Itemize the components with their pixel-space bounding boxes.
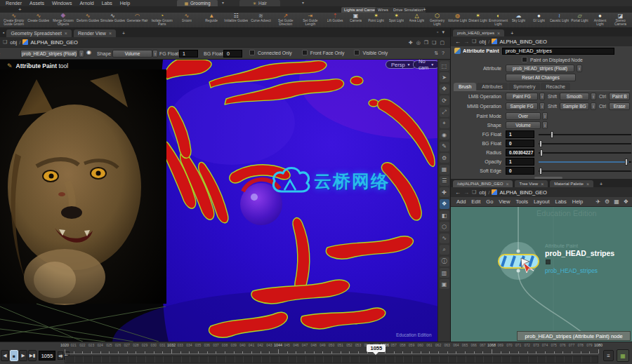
slider-handle[interactable] — [551, 131, 553, 138]
edit-icon[interactable]: ✎ — [440, 142, 449, 151]
paint-mode-select[interactable]: Over — [506, 112, 541, 120]
shelf-tool-area-light[interactable]: △Area Light — [407, 13, 427, 26]
net-menu-tools[interactable]: Tools — [515, 198, 528, 205]
network-editor[interactable]: Education Edition Attribute Paint prob_H… — [451, 207, 632, 342]
radius-field[interactable]: 0.00304227 — [506, 149, 534, 156]
shelf-tool-distant-light[interactable]: ✶Distant Light — [468, 13, 488, 26]
network-toolbar-icon[interactable]: ⚙ — [605, 198, 610, 205]
pane-tab-tree-view[interactable]: Tree View× — [515, 180, 548, 188]
shelf-tool-curve-advect[interactable]: ≋Curve Advect — [249, 13, 273, 26]
close-icon[interactable]: × — [586, 182, 589, 187]
stepper-icon[interactable]: ↕ — [79, 50, 84, 58]
toolbar-icon[interactable]: ❏ — [432, 40, 436, 46]
forward-icon[interactable]: → — [463, 39, 469, 45]
shelf-tool-generate-hair[interactable]: ◠Generate Hair — [125, 13, 150, 26]
net-menu-help[interactable]: Help — [572, 198, 583, 205]
toolbar-icon[interactable]: ◎ — [416, 40, 421, 46]
pane-tab-render-view[interactable]: Render View× — [74, 29, 116, 37]
slider-handle[interactable] — [539, 140, 542, 147]
close-icon[interactable]: × — [506, 182, 508, 187]
close-icon[interactable]: × — [541, 182, 544, 187]
shelf-tool-create-guides[interactable]: ∿Create Guides — [26, 13, 51, 26]
shelf-tool-initialize-guides[interactable]: ☷Initialize Guides — [224, 13, 249, 26]
current-frame-marker[interactable]: 1055 — [367, 344, 386, 352]
viewport[interactable]: ✎ Attribute Paint tool Persp ▼ No cam ▼ … — [0, 60, 437, 342]
rotate-icon[interactable]: ⟳ — [440, 95, 449, 105]
shelf-tool-lift-guides[interactable]: ⇡Lift Guides — [322, 13, 347, 26]
add-pane-tab-button[interactable]: + — [595, 180, 607, 188]
mmb-operation-select[interactable]: Sample FG — [506, 102, 538, 110]
paint-on-displayed-checkbox[interactable] — [522, 57, 527, 62]
attribute-select[interactable]: prob_HEAD_stripes (Float) — [506, 65, 574, 72]
shelf-tab-wires[interactable]: Wires — [375, 7, 391, 13]
move-icon[interactable]: ✥ — [440, 84, 449, 94]
slider-handle[interactable] — [625, 159, 628, 166]
pin-icon[interactable]: ◉ — [86, 49, 91, 55]
fg-float-field[interactable]: 1 — [179, 50, 198, 58]
fg-float-slider[interactable] — [539, 130, 631, 138]
snap-icon[interactable]: ◉ — [440, 130, 449, 140]
add-shelf-tab-button[interactable]: + — [423, 6, 426, 13]
path-root[interactable]: obj — [10, 39, 17, 46]
shelf-tool-set-guide-direction[interactable]: ↗Set Guide Direction — [273, 13, 298, 26]
stepper-icon[interactable]: ↕ — [539, 102, 545, 110]
fg-float-field[interactable]: 1 — [506, 130, 534, 138]
shelf-tab-hair[interactable]: ✳ Hair — [239, 0, 280, 6]
stepper-icon[interactable]: ↕ — [542, 121, 548, 129]
tab-recache[interactable]: Recache — [541, 83, 570, 90]
jump-end-button[interactable]: ▶▮ — [28, 350, 37, 361]
paint-b-button[interactable]: Paint B — [609, 93, 630, 100]
back-icon[interactable]: ← — [455, 39, 461, 45]
shelf-tool-spot-light[interactable]: ✶Spot Light — [386, 13, 407, 26]
erase-button[interactable]: Erase — [609, 102, 630, 110]
net-menu-view[interactable]: View — [499, 198, 510, 205]
shelf-tool-create-empty-guide-groom[interactable]: ∿Create Empty Guide Groom — [1, 13, 26, 26]
stepper-icon[interactable]: ↕ — [542, 112, 548, 120]
grid-icon[interactable]: ▦ — [440, 165, 449, 175]
toolbar-icon[interactable]: ⇅ — [434, 50, 438, 56]
tab-symmetry[interactable]: Symmetry — [508, 83, 541, 90]
add-pane-tab-button[interactable]: + — [118, 29, 129, 37]
pane-tab-prob-head-stripes[interactable]: prob_HEAD_stripes× — [453, 29, 504, 37]
shape-select[interactable]: Volume — [506, 121, 541, 129]
pane-tab-geometry-spreadsheet[interactable]: Geometry Spreadsheet× — [6, 29, 71, 37]
add-icon[interactable]: ✚ — [440, 187, 449, 197]
close-icon[interactable]: × — [497, 31, 500, 36]
toolbar-icon[interactable]: ▾ — [442, 29, 445, 35]
toolbar-icon[interactable]: ▢ — [440, 40, 445, 46]
net-menu-layout[interactable]: Layout — [534, 198, 550, 205]
timeline-ruler[interactable]: 1020021022023024025026027028029030031103… — [65, 343, 598, 355]
menu-assets[interactable]: Assets — [29, 0, 44, 6]
chevron-down-icon[interactable]: ▾ — [302, 0, 304, 6]
soft-edge-field[interactable]: 0 — [506, 167, 534, 175]
chevron-down-icon[interactable]: ▾ — [222, 0, 224, 6]
net-menu-go[interactable]: Go — [486, 198, 493, 205]
lmb-operation-select[interactable]: Paint FG — [506, 93, 538, 100]
shelf-tool-caustic-light[interactable]: ≀Caustic Light — [549, 13, 570, 26]
current-frame-field[interactable]: 1055 — [39, 351, 55, 360]
soft-edge-slider[interactable] — [539, 167, 631, 175]
shelf-tool-deform-guides[interactable]: ∿Deform Guides — [76, 13, 100, 26]
shelf-tool-merge-groom-objects[interactable]: ❉Merge Groom Objects — [51, 13, 75, 26]
play-reverse-button[interactable]: ◀ — [1, 350, 9, 361]
node-flag-icon[interactable] — [546, 259, 551, 264]
bg-float-field[interactable]: 0 — [506, 140, 534, 147]
net-menu-edit[interactable]: Edit — [471, 198, 480, 205]
net-menu-labs[interactable]: Labs — [555, 198, 566, 205]
shelf-tool-gi-light[interactable]: ●GI Light — [529, 13, 549, 26]
stepper-icon[interactable]: ↕ — [591, 93, 596, 100]
shelf-tool-portal-light[interactable]: ▱Portal Light — [570, 13, 590, 26]
node-name-label[interactable]: prob_HEAD_stripes — [545, 249, 614, 257]
close-icon[interactable]: × — [65, 31, 67, 36]
shelf-tool-sky-light[interactable]: ☁Sky Light — [508, 13, 529, 26]
shade-icon[interactable]: ◧ — [440, 210, 449, 220]
tab-attributes[interactable]: Attributes — [477, 83, 508, 90]
node-name-field[interactable]: prob_HEAD_stripes — [502, 48, 614, 55]
path-root[interactable]: obj — [479, 39, 486, 45]
select-icon[interactable]: ➤ — [440, 72, 449, 82]
pane-tab-obj-alpha-bind-geo[interactable]: /obj/ALPHA_BIND_GEO× — [453, 180, 513, 188]
shape-select[interactable]: Volume — [112, 50, 152, 58]
network-toolbar-icon[interactable]: ▦ — [614, 198, 619, 205]
shelf-tab-grooming[interactable]: ▦ Grooming — [177, 0, 218, 6]
shelf-tool-stereo-camera[interactable]: ◪Stereo Camera — [610, 13, 631, 26]
